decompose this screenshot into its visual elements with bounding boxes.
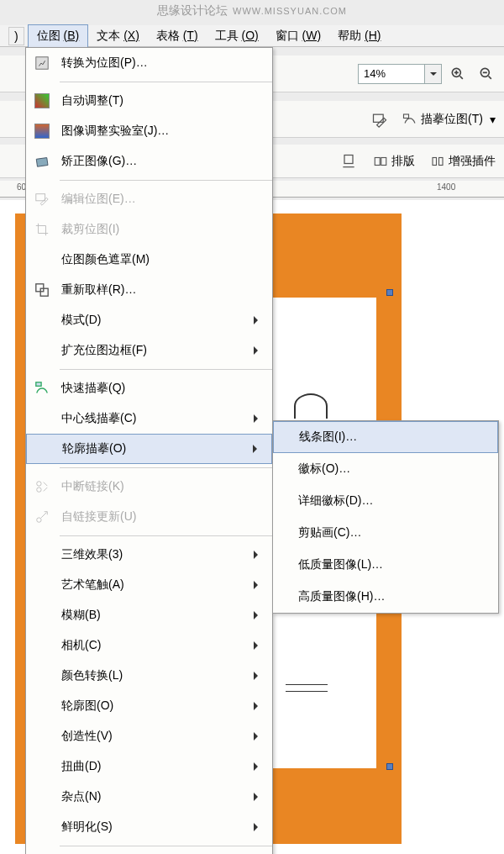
submenu-arrow-icon [254, 702, 262, 710]
menu-centerline-trace[interactable]: 中心线描摹(C) [26, 403, 272, 434]
zoom-combo[interactable] [358, 64, 442, 84]
svg-rect-3 [404, 114, 409, 119]
svg-rect-10 [36, 158, 48, 167]
menu-art-strokes[interactable]: 艺术笔触(A) [26, 570, 272, 600]
menu-crop-bitmap: 裁剪位图(I) [26, 214, 272, 245]
menu-auto-adjust[interactable]: 自动调整(T) [26, 86, 272, 116]
menu-break-link: 中断链接(K) [26, 472, 272, 502]
menu-creative[interactable]: 创造性(V) [26, 721, 272, 751]
menu-sharpen[interactable]: 鲜明化(S) [26, 812, 272, 842]
svg-point-15 [37, 482, 41, 486]
menu-color-transform[interactable]: 颜色转换(L) [26, 661, 272, 691]
svg-rect-8 [439, 157, 444, 165]
submenu-arrow-icon [254, 641, 262, 650]
submenu-arrow-icon [254, 793, 262, 801]
submenu-arrow-icon [254, 672, 262, 680]
submenu-arrow-icon [254, 823, 262, 831]
zoom-dropdown-button[interactable] [425, 64, 442, 84]
menu-table[interactable]: 表格 (T) [148, 25, 207, 47]
menu-noise[interactable]: 杂点(N) [26, 782, 272, 812]
svg-rect-6 [381, 157, 386, 165]
menu-bitmap[interactable]: 位图 (B) [28, 24, 89, 48]
svg-rect-11 [36, 194, 45, 201]
submenu-arrow-icon [254, 414, 262, 423]
svg-rect-5 [375, 157, 380, 165]
menu-blur[interactable]: 模糊(B) [26, 600, 272, 630]
submenu-arrow-icon [253, 445, 261, 453]
menu-update-link: 自链接更新(U) [26, 502, 272, 532]
submenu-line-art[interactable]: 线条图(I)… [273, 421, 498, 453]
zoom-in-icon[interactable] [445, 61, 470, 87]
submenu-high-quality[interactable]: 高质量图像(H)… [273, 581, 498, 613]
svg-point-16 [37, 488, 41, 492]
menu-tools[interactable]: 工具 (O) [207, 25, 267, 47]
sketch-curve [294, 393, 328, 419]
menu-3d-effects[interactable]: 三维效果(3) [26, 540, 272, 570]
menu-separator [60, 467, 272, 468]
menu-quick-trace[interactable]: 快速描摹(Q) [26, 373, 272, 403]
svg-rect-2 [374, 114, 384, 122]
sketch-lines [286, 679, 328, 704]
menu-separator [60, 180, 272, 181]
menu-edit-bitmap: 编辑位图(E)… [26, 184, 272, 214]
submenu-low-quality[interactable]: 低质量图像(L)… [273, 549, 498, 581]
submenu-arrow-icon [254, 346, 262, 355]
menu-text[interactable]: 文本 (X) [88, 25, 148, 47]
bitmap-dropdown-menu: 转换为位图(P)… 自动调整(T) 图像调整实验室(J)… 矫正图像(G)… 编… [25, 47, 273, 854]
trace-bitmap-button[interactable]: 描摹位图(T) ▾ [399, 110, 499, 129]
menu-inflate-border[interactable]: 扩充位图边框(F) [26, 335, 272, 366]
menu-convert-to-bitmap[interactable]: 转换为位图(P)… [26, 48, 272, 78]
menubar: ) 位图 (B) 文本 (X) 表格 (T) 工具 (O) 窗口 (W) 帮助 … [0, 25, 504, 47]
menu-image-lab[interactable]: 图像调整实验室(J)… [26, 116, 272, 146]
svg-point-17 [37, 518, 41, 522]
zoom-out-icon[interactable] [474, 61, 499, 87]
svg-rect-14 [36, 382, 41, 387]
submenu-logo[interactable]: 徽标(O)… [273, 453, 498, 485]
menu-window[interactable]: 窗口 (W) [267, 25, 329, 47]
svg-rect-9 [36, 57, 48, 69]
menu-distort[interactable]: 扭曲(D) [26, 751, 272, 782]
watermark: 思缘设计论坛WWW.MISSYUAN.COM [0, 3, 504, 18]
selection-handle[interactable] [386, 289, 393, 296]
menu-straighten[interactable]: 矫正图像(G)… [26, 146, 272, 177]
enhance-plugin-button[interactable]: 增强插件 [427, 152, 499, 171]
zoom-input[interactable] [358, 64, 425, 84]
menu-outline-trace[interactable]: 轮廓描摹(O) [26, 434, 272, 464]
submenu-arrow-icon [254, 316, 262, 324]
svg-rect-12 [36, 284, 44, 292]
menu-mode[interactable]: 模式(D) [26, 305, 272, 335]
menu-contour[interactable]: 轮廓图(O) [26, 691, 272, 721]
snap-icon[interactable] [336, 149, 361, 174]
selection-handle[interactable] [386, 763, 393, 770]
menu-resample[interactable]: 重新取样(R)… [26, 275, 272, 305]
outline-trace-submenu: 线条图(I)… 徽标(O)… 详细徽标(D)… 剪贴画(C)… 低质量图像(L)… [272, 420, 499, 614]
menu-camera[interactable]: 相机(C) [26, 630, 272, 661]
menu-separator [60, 846, 272, 846]
menubar-left-fragment: ) [8, 27, 24, 45]
submenu-arrow-icon [254, 762, 262, 771]
menu-help[interactable]: 帮助 (H) [329, 25, 389, 47]
submenu-arrow-icon [254, 581, 262, 589]
svg-rect-4 [344, 155, 353, 163]
menu-plugins[interactable]: 外挂式过滤器 [26, 850, 272, 854]
menu-separator [60, 369, 272, 370]
submenu-arrow-icon [254, 732, 262, 741]
edit-bitmap-icon[interactable] [367, 107, 392, 132]
submenu-arrow-icon [254, 551, 262, 559]
submenu-arrow-icon [254, 611, 262, 619]
submenu-detailed-logo[interactable]: 详细徽标(D)… [273, 485, 498, 517]
menu-color-mask[interactable]: 位图颜色遮罩(M) [26, 245, 272, 275]
layout-button[interactable]: 排版 [370, 152, 418, 171]
menu-separator [60, 82, 272, 82]
svg-rect-7 [433, 157, 437, 165]
menu-separator [60, 535, 272, 536]
svg-rect-13 [40, 288, 48, 296]
submenu-clipart[interactable]: 剪贴画(C)… [273, 517, 498, 549]
